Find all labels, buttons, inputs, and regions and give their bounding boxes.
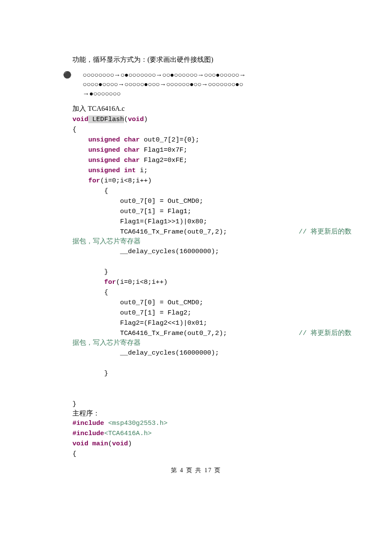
for1-cond: (i=0;i<8;i++) [100, 177, 152, 185]
led-line-3: →●○○○○○○○ [83, 89, 246, 98]
kw-int: int [124, 167, 136, 174]
led-sequence: ○○○○○○○○→○●○○○○○○○→○○●○○○○○○→○○○●○○○○○→ … [83, 70, 246, 98]
close-brace: } [72, 399, 352, 409]
code-block: void LEDFlash(void) { unsigned char out0… [72, 114, 352, 459]
include-tca6416a: <TCA6416A.h> [104, 430, 152, 437]
kw-unsigned: unsigned [88, 167, 120, 174]
page-footer: 第 4 页 共 17 页 [0, 467, 392, 474]
led-line-1: ○○○○○○○○→○●○○○○○○○→○○●○○○○○○→○○○●○○○○○→ [83, 70, 246, 80]
kw-unsigned: unsigned [88, 136, 120, 144]
kw-for: for [88, 177, 100, 185]
include-msp430: <msp430g2553.h> [104, 419, 167, 427]
comment-continuation: 据包，写入芯片寄存器 [72, 338, 352, 348]
kw-unsigned: unsigned [88, 146, 120, 154]
led-line-2: ○○○○●○○○○→○○○○○●○○○→○○○○○○●○○→○○○○○○○●○ [83, 80, 246, 89]
code-line: Flag1=(Flag1>>1)|0x80; [120, 218, 208, 225]
kw-char: char [124, 156, 140, 164]
code-line: out0_7[1] = Flag2; [120, 309, 191, 317]
open-brace: { [104, 187, 108, 195]
decl-flag1: Flag1=0x7F; [140, 146, 187, 154]
for2-cond: (i=0;i<8;i++) [116, 278, 167, 286]
code-line-with-comment: TCA6416_Tx_Frame(out0_7,2);// 将更新后的数 [72, 227, 352, 237]
kw-void: void [72, 115, 88, 123]
intro-text: 功能，循环显示方式为：(要求画出硬件接线图) [72, 55, 352, 64]
kw-include: #include [72, 419, 104, 427]
main-label: 主程序： [72, 409, 352, 418]
close-brace: } [104, 369, 108, 377]
open-brace: { [72, 124, 352, 135]
fn-name: LEDFlash [88, 115, 124, 123]
comment: // 将更新后的数 [299, 227, 352, 237]
code-line: out0_7[0] = Out_CMD0; [120, 299, 203, 306]
kw-void-param: void [112, 440, 128, 447]
comment: // 将更新后的数 [299, 328, 352, 338]
decl-i: i; [136, 167, 148, 174]
kw-for: for [104, 278, 116, 286]
main-fn-name: main [88, 440, 108, 447]
page-content: 功能，循环显示方式为：(要求画出硬件接线图) ⚫ ○○○○○○○○→○●○○○○… [0, 55, 392, 459]
tx-frame-call: TCA6416_Tx_Frame(out0_7,2); [120, 329, 227, 337]
code-line: out0_7[0] = Out_CMD0; [120, 197, 203, 205]
open-brace: { [104, 289, 108, 296]
decl-flag2: Flag2=0xFE; [140, 156, 187, 164]
kw-unsigned: unsigned [88, 156, 120, 164]
delay-call: __delay_cycles(16000000); [120, 248, 219, 255]
list-bullet-icon: ⚫ [63, 70, 72, 80]
add-file-text: 加入 TCA6416A.c [72, 104, 352, 113]
kw-include: #include [72, 430, 104, 437]
led-pattern: ⚫ ○○○○○○○○→○●○○○○○○○→○○●○○○○○○→○○○●○○○○○… [72, 70, 352, 98]
close-brace: } [104, 268, 108, 276]
kw-void-param: void [128, 115, 144, 123]
code-line-with-comment: TCA6416_Tx_Frame(out0_7,2);// 将更新后的数 [72, 328, 352, 338]
kw-void: void [72, 440, 88, 447]
comment-continuation: 据包，写入芯片寄存器 [72, 236, 352, 246]
tx-frame-call: TCA6416_Tx_Frame(out0_7,2); [120, 228, 227, 236]
kw-char: char [124, 136, 140, 144]
delay-call: __delay_cycles(16000000); [120, 349, 219, 357]
code-line: Flag2=(Flag2<<1)|0x01; [120, 319, 208, 327]
open-brace: { [72, 449, 352, 459]
decl-out07: out0_7[2]={0}; [140, 136, 199, 144]
code-line: out0_7[1] = Flag1; [120, 208, 191, 215]
kw-char: char [124, 146, 140, 154]
